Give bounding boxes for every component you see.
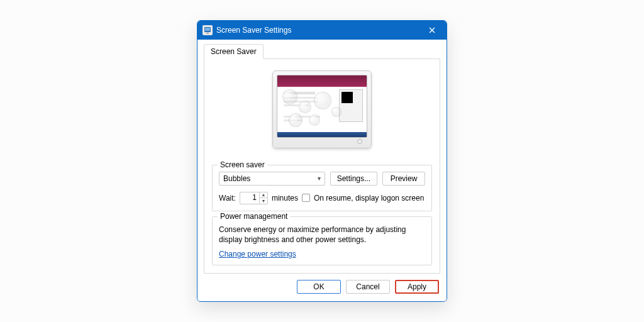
app-icon [203, 25, 213, 35]
resume-checkbox[interactable] [302, 194, 310, 202]
screensaver-selected: Bubbles [223, 174, 250, 183]
screen-saver-group: Screen saver Bubbles ▾ Settings... Previ… [212, 165, 432, 211]
spin-up-icon[interactable]: ▲ [260, 192, 267, 198]
wait-stepper[interactable]: 1 ▲ ▼ [240, 192, 268, 204]
power-management-group: Power management Conserve energy or maxi… [212, 216, 432, 265]
svg-rect-2 [206, 33, 209, 33]
cancel-button[interactable]: Cancel [346, 280, 390, 294]
tabstrip: Screen Saver [204, 43, 440, 59]
close-icon [429, 27, 435, 33]
change-power-settings-link[interactable]: Change power settings [219, 250, 296, 258]
wait-label: Wait: [219, 194, 236, 203]
screensaver-dropdown[interactable]: Bubbles ▾ [219, 172, 325, 186]
power-text: Conserve energy or maximize performance … [219, 225, 425, 245]
tab-screen-saver[interactable]: Screen Saver [204, 44, 264, 59]
chevron-down-icon: ▾ [318, 175, 321, 182]
preview-area [212, 67, 432, 160]
close-button[interactable] [423, 21, 441, 40]
ok-button[interactable]: OK [297, 280, 341, 294]
spin-down-icon[interactable]: ▼ [260, 198, 267, 204]
screen-saver-settings-window: Screen Saver Settings Screen Saver [197, 20, 447, 302]
screen-saver-group-title: Screen saver [218, 160, 267, 169]
titlebar[interactable]: Screen Saver Settings [197, 21, 447, 40]
monitor-preview [272, 70, 372, 148]
preview-button[interactable]: Preview [382, 172, 425, 186]
dialog-footer: OK Cancel Apply [204, 274, 440, 295]
wait-unit: minutes [272, 194, 298, 203]
wait-value[interactable]: 1 [240, 192, 259, 204]
svg-rect-1 [205, 28, 210, 31]
resume-label: On resume, display logon screen [314, 194, 424, 203]
settings-button[interactable]: Settings... [330, 172, 377, 186]
apply-button[interactable]: Apply [395, 280, 439, 294]
tabpage: Screen saver Bubbles ▾ Settings... Previ… [204, 59, 440, 274]
window-title: Screen Saver Settings [216, 26, 291, 35]
power-group-title: Power management [218, 212, 290, 221]
